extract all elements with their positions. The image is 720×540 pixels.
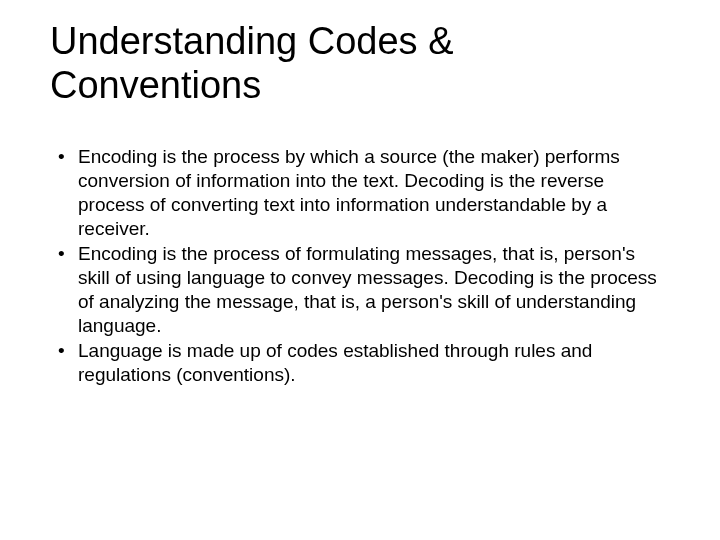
- list-item: Encoding is the process by which a sourc…: [50, 145, 670, 240]
- list-item: Encoding is the process of formulating m…: [50, 242, 670, 337]
- bullet-list: Encoding is the process by which a sourc…: [50, 145, 670, 387]
- slide-title: Understanding Codes & Conventions: [50, 20, 670, 107]
- list-item: Language is made up of codes established…: [50, 339, 670, 387]
